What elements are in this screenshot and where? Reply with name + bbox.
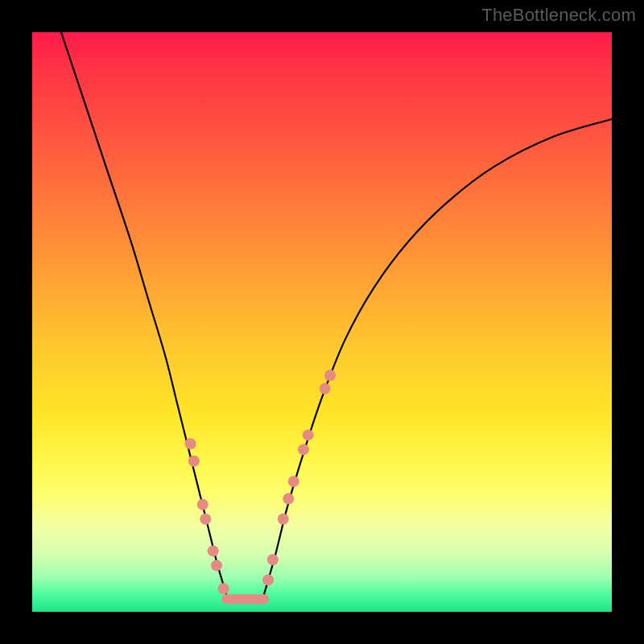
highlight-dot <box>197 499 208 510</box>
highlight-dot <box>218 583 229 594</box>
highlight-dot <box>267 554 279 565</box>
highlight-dot <box>298 444 309 455</box>
highlight-dot <box>303 429 314 440</box>
highlight-dot <box>188 456 200 467</box>
highlight-dot <box>211 559 222 571</box>
highlight-dot <box>200 514 211 525</box>
highlight-dot <box>324 369 336 381</box>
highlight-dot <box>185 438 196 449</box>
highlight-dot <box>208 545 219 556</box>
curve-svg <box>32 32 612 612</box>
highlight-dot <box>320 383 331 394</box>
highlight-dot <box>283 493 294 505</box>
right-branch-line <box>264 119 612 594</box>
chart-frame: TheBottleneck.com <box>0 0 644 644</box>
highlight-dot <box>262 574 274 585</box>
highlight-dot <box>288 476 299 487</box>
plot-area <box>32 32 612 612</box>
watermark-text: TheBottleneck.com <box>481 5 636 26</box>
highlight-dots-group <box>185 369 336 594</box>
highlight-dot <box>278 514 289 525</box>
